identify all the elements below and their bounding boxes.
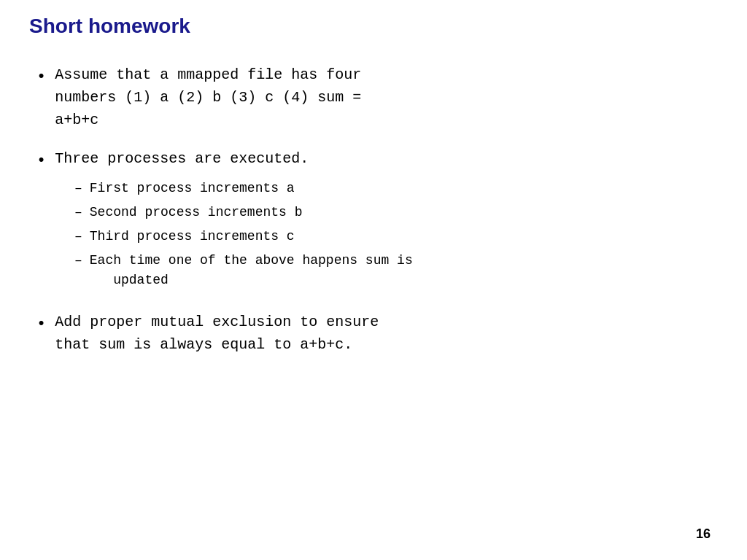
bullet-text: Assume that a mmapped file has fournumbe… — [55, 63, 361, 131]
bullet-text: Add proper mutual exclusion to ensuretha… — [55, 311, 379, 356]
sub-text: Each time one of the above happens sum i… — [90, 251, 413, 290]
list-item: • Assume that a mmapped file has fournum… — [36, 63, 718, 131]
list-item: – Second process increments b — [74, 203, 413, 222]
content-area: • Assume that a mmapped file has fournum… — [29, 63, 718, 356]
list-item: • Add proper mutual exclusion to ensuret… — [36, 311, 718, 356]
bullet-dot: • — [36, 65, 46, 89]
sub-dash: – — [74, 179, 82, 198]
slide-title: Short homework — [29, 15, 718, 42]
list-item: – Third process increments c — [74, 227, 413, 246]
bullet-dot: • — [36, 312, 46, 336]
sub-dash: – — [74, 251, 82, 271]
sub-text: Second process increments b — [90, 203, 303, 222]
list-item: • Three processes are executed. – First … — [36, 147, 718, 295]
sub-text: First process increments a — [90, 179, 295, 198]
bullet-dot: • — [36, 149, 46, 173]
bullet-list: • Assume that a mmapped file has fournum… — [36, 63, 718, 356]
sub-dash: – — [74, 227, 82, 246]
sub-list: – First process increments a – Second pr… — [36, 179, 413, 295]
sub-text: Third process increments c — [90, 227, 295, 246]
list-item: – Each time one of the above happens sum… — [74, 251, 413, 290]
bullet-text: Three processes are executed. — [55, 147, 309, 170]
list-item: – First process increments a — [74, 179, 413, 198]
page-number: 16 — [696, 526, 711, 542]
slide-container: Short homework • Assume that a mmapped f… — [0, 0, 747, 560]
sub-dash: – — [74, 203, 82, 222]
